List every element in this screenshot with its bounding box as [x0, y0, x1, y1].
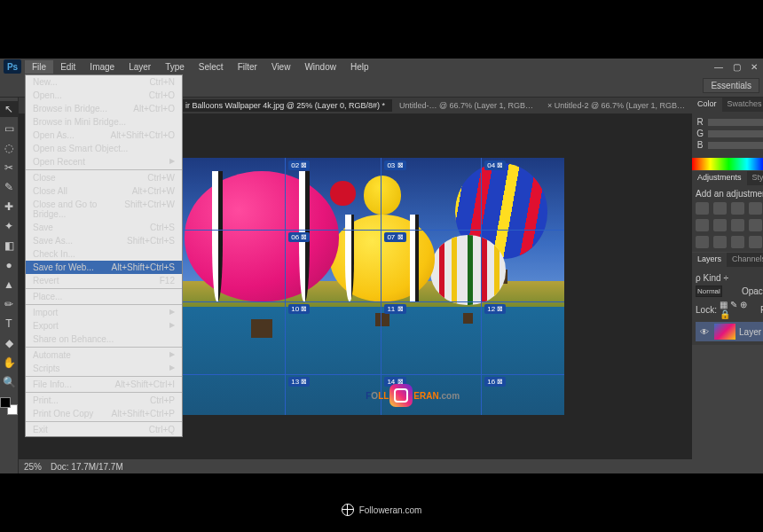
adjustment-icon[interactable] — [713, 202, 727, 215]
color-slider[interactable] — [708, 119, 763, 126]
menu-image[interactable]: Image — [83, 60, 122, 74]
tab-adjustments[interactable]: Adjustments — [692, 171, 747, 185]
menu-item-close[interactable]: CloseCtrl+W — [26, 171, 182, 184]
tab-layers[interactable]: Layers — [692, 253, 727, 267]
tool-12[interactable]: ◆ — [0, 335, 18, 351]
menu-item-save[interactable]: SaveCtrl+S — [26, 221, 182, 234]
tool-2[interactable]: ◌ — [0, 140, 18, 156]
tool-4[interactable]: ✎ — [0, 179, 18, 195]
adjustment-icon[interactable] — [696, 219, 709, 231]
slice-label[interactable]: 04 ⊠ — [484, 160, 506, 170]
canvas: 01 ⊠ 02 ⊠ 03 ⊠ 04 ⊠ 06 ⊠ 07 ⊠ 10 ⊠ 11 ⊠ … — [147, 158, 564, 415]
menu-type[interactable]: Type — [158, 60, 192, 74]
slice-label[interactable]: 06 ⊠ — [288, 232, 310, 242]
photoshop-window: Ps FileEditImageLayerTypeSelectFilterVie… — [0, 59, 763, 473]
slice-label[interactable]: 07 ⊠ — [384, 232, 405, 242]
menu-file[interactable]: File — [25, 60, 53, 74]
tab-color[interactable]: Color — [692, 98, 722, 112]
adjustment-icon[interactable] — [731, 219, 744, 231]
tool-0[interactable]: ↖ — [0, 101, 18, 117]
menu-item-print-one-copy[interactable]: Print One CopyAlt+Shift+Ctrl+P — [26, 407, 182, 420]
color-swatches[interactable] — [0, 397, 18, 415]
slice-label[interactable]: 13 ⊠ — [288, 377, 310, 387]
menu-item-browse-in-mini-bridge[interactable]: Browse in Mini Bridge... — [26, 115, 182, 129]
menu-item-open-as[interactable]: Open As...Alt+Shift+Ctrl+O — [26, 129, 182, 142]
tab-channels[interactable]: Channels — [727, 253, 763, 267]
menu-item-scripts[interactable]: Scripts▶ — [26, 362, 182, 375]
slice-label[interactable]: 16 ⊠ — [484, 377, 506, 387]
visibility-icon[interactable]: 👁 — [698, 327, 711, 337]
slice-label[interactable]: 03 ⊠ — [384, 160, 405, 170]
tool-1[interactable]: ▭ — [0, 121, 18, 137]
adjustment-icon[interactable] — [731, 202, 744, 215]
blend-mode-select[interactable]: Normal — [696, 286, 722, 297]
layer-row[interactable]: 👁 Layer 0 — [696, 322, 763, 341]
menu-item-place[interactable]: Place... — [26, 290, 182, 303]
document-tab[interactable]: ir Balloons Wallpaper 4k.jpg @ 25% (Laye… — [178, 99, 392, 112]
menu-item-automate[interactable]: Automate▶ — [26, 348, 182, 362]
tool-9[interactable]: ▲ — [0, 277, 18, 293]
minimize-button[interactable]: — — [713, 61, 724, 72]
close-button[interactable]: ✕ — [749, 61, 759, 72]
tool-3[interactable]: ✂ — [0, 160, 18, 176]
doc-info: Doc: 17.7M/17.7M — [51, 462, 123, 472]
menu-view[interactable]: View — [264, 60, 298, 74]
adjustment-icon[interactable] — [713, 236, 727, 248]
tab-styles[interactable]: Styles — [747, 171, 763, 185]
menu-filter[interactable]: Filter — [231, 60, 264, 74]
layer-name[interactable]: Layer 0 — [739, 327, 763, 337]
tool-13[interactable]: ✋ — [0, 355, 18, 371]
globe-icon — [342, 504, 354, 516]
tool-14[interactable]: 🔍 — [0, 374, 18, 390]
menu-window[interactable]: Window — [297, 60, 343, 74]
slice-label[interactable]: 10 ⊠ — [288, 304, 310, 314]
tool-8[interactable]: ● — [0, 257, 18, 273]
adjustment-icon[interactable] — [749, 236, 762, 248]
menu-item-print[interactable]: Print...Ctrl+P — [26, 394, 182, 407]
menu-edit[interactable]: Edit — [53, 60, 83, 74]
document-tab[interactable]: Untitled-… @ 66.7% (Layer 1, RGB… — [392, 99, 540, 112]
menu-item-file-info[interactable]: File Info...Alt+Shift+Ctrl+I — [26, 378, 182, 391]
menu-select[interactable]: Select — [192, 60, 231, 74]
tool-10[interactable]: ✏ — [0, 296, 18, 312]
slice-label[interactable]: 12 ⊠ — [484, 304, 506, 314]
tool-6[interactable]: ✦ — [0, 218, 18, 234]
menu-item-browse-in-bridge[interactable]: Browse in Bridge...Alt+Ctrl+O — [26, 102, 182, 115]
menu-item-save-as[interactable]: Save As...Shift+Ctrl+S — [26, 234, 182, 247]
workspace-switcher[interactable]: Essentials — [703, 78, 759, 93]
ps-logo: Ps — [4, 59, 21, 74]
adjustment-icon[interactable] — [713, 219, 727, 231]
tool-7[interactable]: ◧ — [0, 238, 18, 254]
tool-5[interactable]: ✚ — [0, 199, 18, 215]
menu-item-save-for-web[interactable]: Save for Web...Alt+Shift+Ctrl+S — [26, 261, 182, 274]
adjustment-icon[interactable] — [749, 219, 762, 231]
adjustment-icon[interactable] — [731, 236, 744, 248]
menu-item-share-on-behance[interactable]: Share on Behance... — [26, 332, 182, 346]
menu-item-revert[interactable]: RevertF12 — [26, 274, 182, 287]
menu-item-new[interactable]: New...Ctrl+N — [26, 75, 182, 89]
menu-item-open[interactable]: Open...Ctrl+O — [26, 89, 182, 102]
menu-item-exit[interactable]: ExitCtrl+Q — [26, 423, 182, 436]
document-tab[interactable]: × Untitled-2 @ 66.7% (Layer 1, RGB… — [540, 99, 692, 112]
slice-label[interactable]: 02 ⊠ — [288, 160, 310, 170]
menu-item-export[interactable]: Export▶ — [26, 319, 182, 332]
menu-item-import[interactable]: Import▶ — [26, 306, 182, 319]
tool-11[interactable]: T — [0, 316, 18, 332]
menu-item-close-all[interactable]: Close AllAlt+Ctrl+W — [26, 184, 182, 198]
tab-swatches[interactable]: Swatches — [722, 98, 763, 112]
color-slider[interactable] — [708, 130, 763, 137]
menu-item-open-as-smart-object[interactable]: Open as Smart Object... — [26, 142, 182, 155]
adjustments-title: Add an adjustment — [696, 189, 763, 199]
adjustment-icon[interactable] — [749, 202, 762, 215]
zoom-level[interactable]: 25% — [24, 462, 42, 472]
slice-label[interactable]: 11 ⊠ — [384, 304, 405, 314]
color-slider[interactable] — [708, 142, 763, 149]
maximize-button[interactable]: ▢ — [731, 61, 742, 72]
menu-help[interactable]: Help — [343, 60, 376, 74]
menu-item-close-and-go-to-bridge[interactable]: Close and Go to Bridge...Shift+Ctrl+W — [26, 198, 182, 221]
menu-item-open-recent[interactable]: Open Recent▶ — [26, 155, 182, 168]
menu-layer[interactable]: Layer — [122, 60, 158, 74]
adjustment-icon[interactable] — [696, 202, 709, 215]
adjustment-icon[interactable] — [696, 236, 709, 248]
color-spectrum[interactable] — [692, 158, 763, 170]
